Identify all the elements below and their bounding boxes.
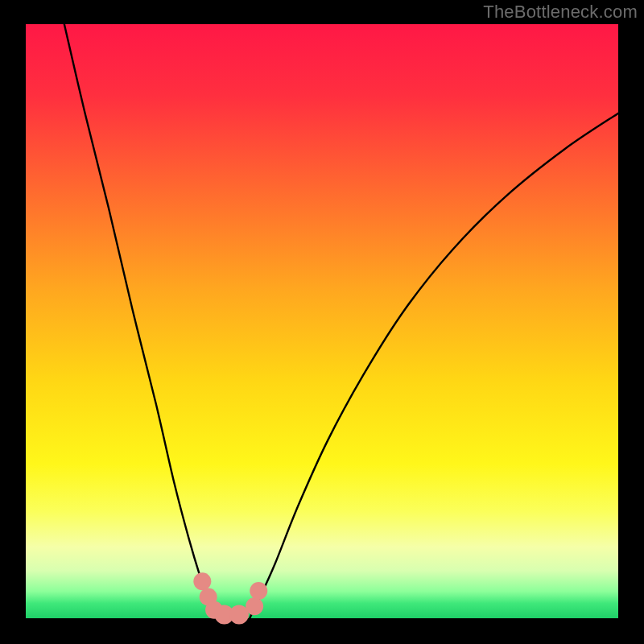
- marker-dot: [193, 572, 211, 590]
- chart-frame: TheBottleneck.com: [0, 0, 644, 644]
- marker-dot: [250, 582, 267, 600]
- plot-background: [26, 24, 618, 618]
- watermark-text: TheBottleneck.com: [483, 2, 638, 23]
- marker-dot: [246, 597, 263, 615]
- bottleneck-chart: [0, 0, 644, 644]
